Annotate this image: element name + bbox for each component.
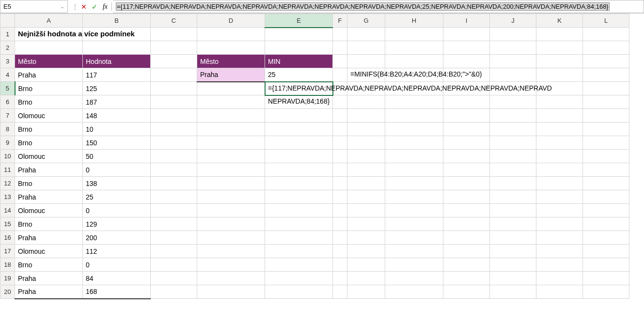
col-header-L[interactable]: L <box>583 14 629 28</box>
cell-J1[interactable] <box>490 28 536 41</box>
cell-C6[interactable] <box>151 95 197 109</box>
cell-H9[interactable] <box>385 136 443 150</box>
cell-G12[interactable] <box>347 177 385 190</box>
cell-J12[interactable] <box>490 177 536 190</box>
cell-J15[interactable] <box>490 217 536 231</box>
row-header-19[interactable]: 19 <box>0 272 15 285</box>
cell-K20[interactable] <box>536 285 583 299</box>
cell-E3[interactable]: MIN <box>265 55 333 68</box>
cell-I4[interactable] <box>443 68 490 82</box>
cell-G2[interactable] <box>347 41 385 55</box>
cell-E15[interactable] <box>265 217 333 231</box>
cell-L17[interactable] <box>583 245 629 258</box>
cell-B16[interactable]: 200 <box>83 231 151 245</box>
cell-K19[interactable] <box>536 272 583 285</box>
col-header-I[interactable]: I <box>443 14 490 28</box>
col-header-F[interactable]: F <box>333 14 347 28</box>
cell-L4[interactable] <box>583 68 629 82</box>
cell-F17[interactable] <box>333 245 347 258</box>
cell-K8[interactable] <box>536 123 583 136</box>
cell-I10[interactable] <box>443 150 490 163</box>
row-header-18[interactable]: 18 <box>0 258 15 272</box>
cell-D4[interactable]: Praha <box>197 68 265 82</box>
cell-H11[interactable] <box>385 163 443 177</box>
cell-J13[interactable] <box>490 190 536 204</box>
cell-G8[interactable] <box>347 123 385 136</box>
cell-K16[interactable] <box>536 231 583 245</box>
row-header-1[interactable]: 1 <box>0 28 15 41</box>
cell-I12[interactable] <box>443 177 490 190</box>
cell-D14[interactable] <box>197 204 265 217</box>
cell-F10[interactable] <box>333 150 347 163</box>
cell-K1[interactable] <box>536 28 583 41</box>
cell-A9[interactable]: Brno <box>15 136 83 150</box>
cell-A6[interactable]: Brno <box>15 95 83 109</box>
cell-L15[interactable] <box>583 217 629 231</box>
cell-F6[interactable] <box>333 95 347 109</box>
cell-L1[interactable] <box>583 28 629 41</box>
cell-H20[interactable] <box>385 285 443 299</box>
cell-J17[interactable] <box>490 245 536 258</box>
cell-J3[interactable] <box>490 55 536 68</box>
cell-I9[interactable] <box>443 136 490 150</box>
cell-G16[interactable] <box>347 231 385 245</box>
cell-G11[interactable] <box>347 163 385 177</box>
cell-H15[interactable] <box>385 217 443 231</box>
cell-I1[interactable] <box>443 28 490 41</box>
col-header-B[interactable]: B <box>83 14 151 28</box>
cell-L2[interactable] <box>583 41 629 55</box>
cell-G15[interactable] <box>347 217 385 231</box>
cell-I5[interactable] <box>443 82 490 95</box>
formula-input[interactable]: ={117;NEPRAVDA;NEPRAVDA;NEPRAVDA;NEPRAVD… <box>113 0 644 13</box>
cell-G6[interactable] <box>347 95 385 109</box>
cell-I3[interactable] <box>443 55 490 68</box>
cell-C1[interactable] <box>151 28 197 41</box>
cell-H18[interactable] <box>385 258 443 272</box>
cell-A7[interactable]: Olomouc <box>15 109 83 123</box>
cell-C4[interactable] <box>151 68 197 82</box>
cell-H1[interactable] <box>385 28 443 41</box>
cell-D19[interactable] <box>197 272 265 285</box>
cell-C13[interactable] <box>151 190 197 204</box>
cell-J8[interactable] <box>490 123 536 136</box>
cell-D5[interactable] <box>197 82 265 95</box>
cell-E13[interactable] <box>265 190 333 204</box>
cell-C16[interactable] <box>151 231 197 245</box>
cell-D9[interactable] <box>197 136 265 150</box>
cell-K12[interactable] <box>536 177 583 190</box>
cell-C11[interactable] <box>151 163 197 177</box>
check-icon[interactable]: ✓ <box>89 0 100 13</box>
cell-H10[interactable] <box>385 150 443 163</box>
cell-H5[interactable] <box>385 82 443 95</box>
cell-A16[interactable]: Praha <box>15 231 83 245</box>
cell-B19[interactable]: 84 <box>83 272 151 285</box>
row-header-9[interactable]: 9 <box>0 136 15 150</box>
cell-B14[interactable]: 0 <box>83 204 151 217</box>
row-header-6[interactable]: 6 <box>0 95 15 109</box>
col-header-K[interactable]: K <box>536 14 583 28</box>
cell-B10[interactable]: 50 <box>83 150 151 163</box>
cell-J4[interactable] <box>490 68 536 82</box>
cell-A20[interactable]: Praha <box>15 285 83 299</box>
cell-B9[interactable]: 150 <box>83 136 151 150</box>
cell-A11[interactable]: Praha <box>15 163 83 177</box>
cell-B12[interactable]: 138 <box>83 177 151 190</box>
cell-E18[interactable] <box>265 258 333 272</box>
cell-B15[interactable]: 129 <box>83 217 151 231</box>
cell-K13[interactable] <box>536 190 583 204</box>
cell-C3[interactable] <box>151 55 197 68</box>
cell-L18[interactable] <box>583 258 629 272</box>
cell-H16[interactable] <box>385 231 443 245</box>
cell-I18[interactable] <box>443 258 490 272</box>
cell-A18[interactable]: Brno <box>15 258 83 272</box>
cell-L9[interactable] <box>583 136 629 150</box>
cell-B1[interactable] <box>83 28 151 41</box>
cell-I11[interactable] <box>443 163 490 177</box>
cell-B17[interactable]: 112 <box>83 245 151 258</box>
cell-I14[interactable] <box>443 204 490 217</box>
cell-D11[interactable] <box>197 163 265 177</box>
cell-K4[interactable] <box>536 68 583 82</box>
cell-L10[interactable] <box>583 150 629 163</box>
cell-J16[interactable] <box>490 231 536 245</box>
cell-B18[interactable]: 0 <box>83 258 151 272</box>
